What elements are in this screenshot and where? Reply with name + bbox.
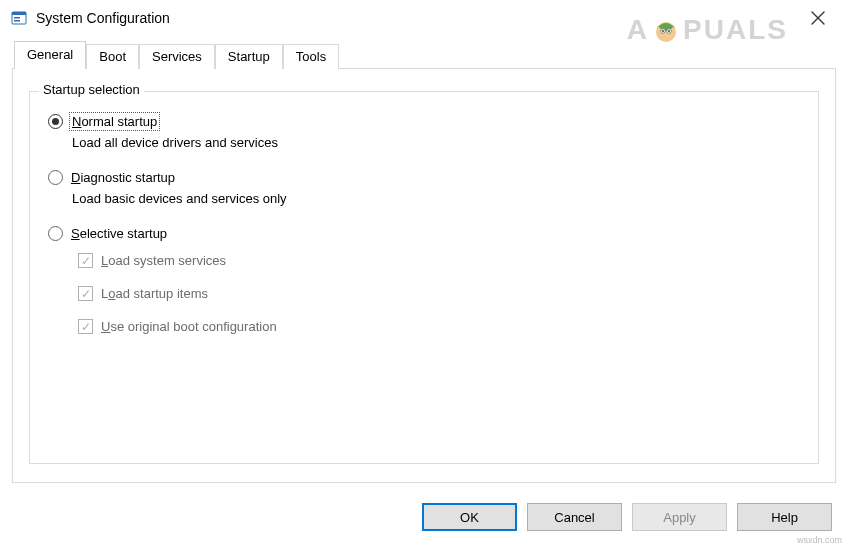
tab-boot[interactable]: Boot [86,44,139,69]
help-button[interactable]: Help [737,503,832,531]
group-legend: Startup selection [39,82,144,97]
option-normal-startup: Normal startup Load all device drivers a… [48,114,800,150]
startup-selection-group: Startup selection Normal startup Load al… [29,91,819,464]
svg-rect-2 [14,17,20,19]
checkbox-row-load-services: ✓ Load system services [78,253,800,268]
cancel-button[interactable]: Cancel [527,503,622,531]
selective-suboptions: ✓ Load system services ✓ Load startup it… [78,253,800,334]
tab-services[interactable]: Services [139,44,215,69]
svg-rect-1 [12,12,26,15]
radio-label-selective[interactable]: Selective startup [71,226,167,241]
window-title: System Configuration [36,10,170,26]
tab-panel: Startup selection Normal startup Load al… [12,68,836,483]
checkbox-load-startup: ✓ [78,286,93,301]
tab-general[interactable]: General [14,41,86,68]
radio-diagnostic-startup[interactable] [48,170,63,185]
close-button[interactable] [798,3,838,33]
checkbox-label-use-original: Use original boot configuration [101,319,277,334]
checkbox-label-load-startup: Load startup items [101,286,208,301]
checkbox-row-load-startup: ✓ Load startup items [78,286,800,301]
desc-normal: Load all device drivers and services [72,135,800,150]
attribution-text: wsxdn.com [797,535,842,545]
checkbox-label-load-services: Load system services [101,253,226,268]
radio-label-diagnostic[interactable]: Diagnostic startup [71,170,175,185]
dialog-buttons: OK Cancel Apply Help [422,503,832,531]
titlebar: System Configuration [0,0,848,40]
option-selective-startup: Selective startup ✓ Load system services… [48,226,800,334]
ok-button[interactable]: OK [422,503,517,531]
apply-button: Apply [632,503,727,531]
app-icon [10,9,28,27]
checkbox-use-original: ✓ [78,319,93,334]
checkbox-load-services: ✓ [78,253,93,268]
tab-startup[interactable]: Startup [215,44,283,69]
option-diagnostic-startup: Diagnostic startup Load basic devices an… [48,170,800,206]
desc-diagnostic: Load basic devices and services only [72,191,800,206]
radio-normal-startup[interactable] [48,114,63,129]
svg-rect-3 [14,20,20,22]
tab-strip: General Boot Services Startup Tools [0,40,848,68]
radio-selective-startup[interactable] [48,226,63,241]
radio-label-normal[interactable]: Normal startup [71,114,158,129]
checkbox-row-use-original: ✓ Use original boot configuration [78,319,800,334]
tab-tools[interactable]: Tools [283,44,339,69]
